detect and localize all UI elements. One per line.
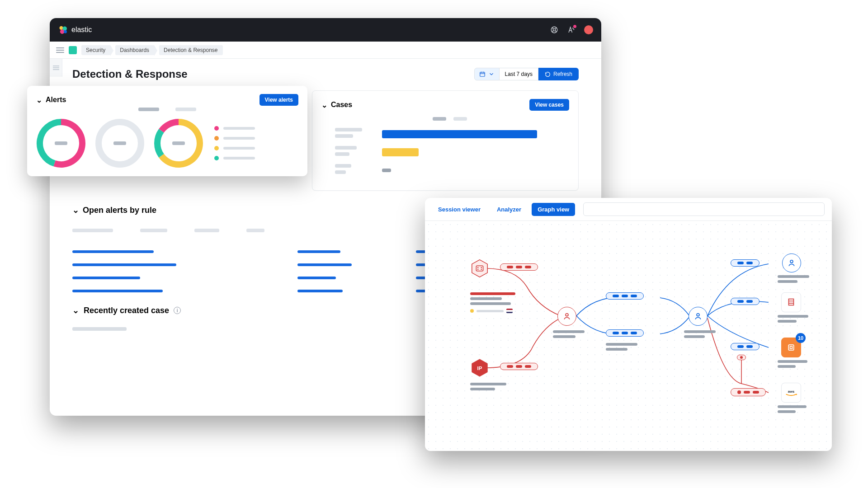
date-picker-button[interactable] xyxy=(474,68,500,80)
mini-sidebar-toggle[interactable] xyxy=(50,59,62,77)
legend-item xyxy=(214,146,255,150)
tab-graph-view[interactable]: Graph view xyxy=(532,203,575,216)
nav-toggle-icon[interactable] xyxy=(56,46,64,54)
edge-pill[interactable] xyxy=(731,298,760,305)
legend-item xyxy=(214,126,255,131)
view-alerts-button[interactable]: View alerts xyxy=(259,94,298,106)
view-cases-button[interactable]: View cases xyxy=(529,99,569,111)
brand-name: elastic xyxy=(71,26,92,34)
svg-rect-10 xyxy=(480,72,485,76)
node-user[interactable] xyxy=(689,307,708,326)
node-count-badge: 10 xyxy=(796,333,806,343)
cases-bar-row xyxy=(335,146,565,159)
chevron-down-icon xyxy=(488,71,495,77)
user-avatar[interactable] xyxy=(584,25,593,34)
cases-bar-row xyxy=(335,128,565,141)
elastic-logo-icon xyxy=(58,25,68,35)
cases-title: Cases xyxy=(331,101,352,109)
svg-rect-17 xyxy=(172,141,185,145)
node-user[interactable] xyxy=(782,253,801,272)
space-selector[interactable] xyxy=(69,46,77,54)
legend-item xyxy=(214,136,255,141)
cases-card: ⌄Cases View cases xyxy=(312,90,579,191)
cases-bar-row xyxy=(335,164,565,177)
node-ip-hex[interactable]: IP xyxy=(470,358,489,377)
app-toolbar: Security Dashboards Detection & Response xyxy=(50,42,601,59)
graph-panel: Session viewer Analyzer Graph view xyxy=(425,198,832,451)
node-label xyxy=(684,330,720,338)
svg-rect-29 xyxy=(788,345,794,350)
node-source-hex[interactable] xyxy=(470,259,489,278)
svg-rect-30 xyxy=(790,347,793,349)
app-header: elastic xyxy=(50,18,601,42)
alerts-card: ⌄Alerts View alerts xyxy=(27,86,307,176)
edge-pill[interactable] xyxy=(731,259,760,267)
brand-logo[interactable]: elastic xyxy=(58,25,92,35)
edge-pill[interactable] xyxy=(500,363,538,370)
alerts-title: Alerts xyxy=(46,96,66,104)
svg-text:IP: IP xyxy=(477,366,482,371)
graph-search-input[interactable] xyxy=(583,202,825,216)
svg-point-20 xyxy=(477,267,478,268)
tab-analyzer[interactable]: Analyzer xyxy=(491,203,527,216)
breadcrumb-dashboards[interactable]: Dashboards xyxy=(115,45,155,55)
edge-pill[interactable] xyxy=(731,388,766,396)
legend-item xyxy=(214,156,255,160)
node-label xyxy=(778,275,814,283)
node-label xyxy=(470,292,520,313)
edge-pill[interactable] xyxy=(606,292,644,300)
graph-canvas[interactable]: IP xyxy=(425,221,832,451)
svg-point-5 xyxy=(553,28,555,31)
node-storage-icon[interactable] xyxy=(781,292,801,312)
chevron-down-icon[interactable]: ⌄ xyxy=(321,101,327,109)
edge-pill[interactable] xyxy=(606,329,644,337)
node-user[interactable] xyxy=(557,307,576,326)
node-label xyxy=(606,343,642,351)
svg-point-26 xyxy=(566,314,568,316)
breadcrumb-security[interactable]: Security xyxy=(81,45,111,55)
news-icon[interactable] xyxy=(567,25,576,34)
svg-marker-18 xyxy=(472,260,487,277)
svg-rect-14 xyxy=(55,141,67,145)
svg-point-27 xyxy=(697,314,699,316)
svg-point-28 xyxy=(790,260,793,263)
donut-chart xyxy=(95,118,145,168)
refresh-label: Refresh xyxy=(553,71,572,77)
node-label xyxy=(778,405,814,413)
edge-pill[interactable] xyxy=(500,263,538,271)
breadcrumb-current: Detection & Response xyxy=(159,45,223,55)
edge-pill[interactable] xyxy=(737,355,746,360)
node-label xyxy=(778,315,814,323)
chevron-down-icon[interactable]: ⌄ xyxy=(36,96,42,104)
svg-point-3 xyxy=(64,30,67,33)
chevron-down-icon[interactable]: ⌄ xyxy=(72,205,79,215)
svg-rect-16 xyxy=(113,141,126,145)
node-label xyxy=(553,330,589,338)
svg-text:aws: aws xyxy=(788,389,795,394)
info-icon[interactable]: i xyxy=(174,307,181,314)
refresh-button[interactable]: Refresh xyxy=(538,68,579,80)
page-title: Detection & Response xyxy=(72,68,188,80)
edge-pill[interactable] xyxy=(731,343,760,350)
svg-point-0 xyxy=(59,26,63,30)
svg-point-21 xyxy=(481,267,482,268)
node-label xyxy=(470,383,511,390)
donut-chart xyxy=(154,118,203,168)
svg-point-2 xyxy=(60,29,65,34)
date-range-label[interactable]: Last 7 days xyxy=(500,68,538,80)
help-icon[interactable] xyxy=(550,25,559,34)
chevron-down-icon[interactable]: ⌄ xyxy=(72,305,79,315)
node-label xyxy=(778,360,814,368)
tab-session-viewer[interactable]: Session viewer xyxy=(432,203,486,216)
node-aws-icon[interactable]: aws xyxy=(781,383,801,403)
donut-chart xyxy=(36,118,86,168)
svg-point-23 xyxy=(481,269,482,270)
svg-point-22 xyxy=(477,269,478,270)
